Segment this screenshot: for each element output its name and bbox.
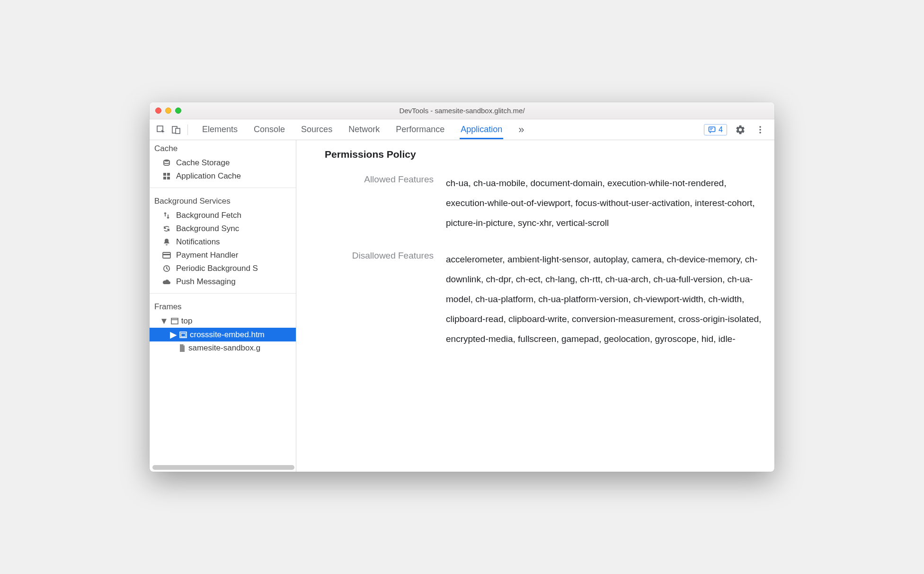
frame-label: samesite-sandbox.g [188,343,260,353]
issues-badge[interactable]: 4 [704,124,727,135]
disallowed-features-label: Disallowed Features [325,250,434,261]
chevron-right-icon[interactable]: ▶ [170,329,177,340]
bell-icon [162,238,171,246]
tab-console[interactable]: Console [253,120,286,139]
sync-icon [162,225,171,233]
svg-rect-17 [171,318,178,324]
frame-detail-panel[interactable]: Permissions Policy Allowed Features ch-u… [296,140,774,472]
grid-icon [162,172,171,180]
window-titlebar: DevTools - samesite-sandbox.glitch.me/ [150,102,774,119]
disallowed-features-value: accelerometer, ambient-light-sensor, aut… [446,250,763,349]
permissions-policy-heading: Permissions Policy [325,149,763,160]
svg-rect-12 [163,177,166,179]
tab-network[interactable]: Network [347,120,381,139]
sidebar-item-payment-handler[interactable]: Payment Handler [150,249,296,262]
tab-application[interactable]: Application [460,120,503,139]
allowed-features-label: Allowed Features [325,173,434,185]
allowed-features-row: Allowed Features ch-ua, ch-ua-mobile, do… [325,173,763,233]
svg-point-7 [759,129,761,131]
svg-rect-3 [709,127,715,132]
db-icon [162,159,171,167]
frames-header: Frames [150,298,296,314]
sidebar-item-push-messaging[interactable]: Push Messaging [150,275,296,288]
frame-top[interactable]: ▼ top [150,314,296,328]
svg-rect-15 [163,254,170,255]
fetch-icon [162,212,171,219]
toolbar-right: 4 [704,123,770,136]
sidebar-item-notifications[interactable]: Notifications [150,235,296,249]
sidebar-item-application-cache[interactable]: Application Cache [150,170,296,183]
svg-rect-13 [167,177,170,179]
minimize-window-button[interactable] [165,108,171,114]
sidebar-item-label: Cache Storage [176,158,230,168]
sidebar-item-periodic-background-sync[interactable]: Periodic Background S [150,262,296,275]
tabs-overflow-button[interactable]: » [517,119,525,141]
svg-rect-20 [181,333,186,337]
window-icon [171,318,178,324]
issues-count: 4 [719,126,723,134]
issues-icon [708,126,716,134]
clock-icon [162,265,171,272]
sidebar-item-label: Background Sync [176,224,239,233]
tab-sources[interactable]: Sources [300,120,333,139]
tab-elements[interactable]: Elements [201,120,239,139]
sidebar-item-label: Periodic Background S [176,264,258,273]
chevron-down-icon[interactable]: ▼ [160,316,169,326]
iframe-icon [179,332,187,338]
close-window-button[interactable] [155,108,161,114]
sidebar-divider [150,293,296,294]
cache-section-header: Cache [150,140,296,156]
inspect-element-icon[interactable] [154,123,168,136]
sidebar-item-label: Application Cache [176,171,241,181]
application-sidebar[interactable]: Cache Cache Storage Application Cache Ba… [150,140,296,472]
svg-point-8 [759,132,761,134]
sidebar-item-label: Push Messaging [176,277,236,287]
sidebar-item-cache-storage[interactable]: Cache Storage [150,156,296,170]
settings-icon[interactable] [734,123,747,136]
frame-samesite-sandbox[interactable]: samesite-sandbox.g [150,341,296,355]
devtools-tabs: Elements Console Sources Network Perform… [201,119,702,141]
sidebar-divider [150,188,296,188]
svg-point-9 [164,160,169,161]
toolbar-separator [187,125,188,135]
frame-label: crosssite-embed.htm [190,330,265,340]
sidebar-item-label: Payment Handler [176,251,238,260]
svg-point-6 [759,126,761,128]
frame-crosssite-embed[interactable]: ▶ crosssite-embed.htm [150,328,296,341]
devtools-toolbar: Elements Console Sources Network Perform… [150,119,774,140]
svg-rect-2 [176,128,180,134]
sidebar-item-background-fetch[interactable]: Background Fetch [150,209,296,222]
card-icon [162,251,171,259]
svg-rect-10 [163,173,166,176]
svg-rect-11 [167,173,170,176]
window-title: DevTools - samesite-sandbox.glitch.me/ [155,107,769,115]
cloud-icon [162,278,171,285]
device-toolbar-icon[interactable] [169,123,183,136]
traffic-lights [155,108,181,114]
frame-label: top [181,316,193,326]
disallowed-features-row: Disallowed Features accelerometer, ambie… [325,250,763,349]
bg-services-header: Background Services [150,193,296,209]
file-icon [179,344,186,352]
content-area: Cache Cache Storage Application Cache Ba… [150,140,774,472]
horizontal-scrollbar[interactable] [152,465,289,470]
sidebar-item-label: Background Fetch [176,211,241,220]
sidebar-item-label: Notifications [176,237,220,247]
kebab-menu-icon[interactable] [754,123,767,136]
sidebar-item-background-sync[interactable]: Background Sync [150,222,296,235]
allowed-features-value: ch-ua, ch-ua-mobile, document-domain, ex… [446,173,763,233]
devtools-window: DevTools - samesite-sandbox.glitch.me/ E… [150,102,774,472]
zoom-window-button[interactable] [175,108,181,114]
tab-performance[interactable]: Performance [395,120,445,139]
